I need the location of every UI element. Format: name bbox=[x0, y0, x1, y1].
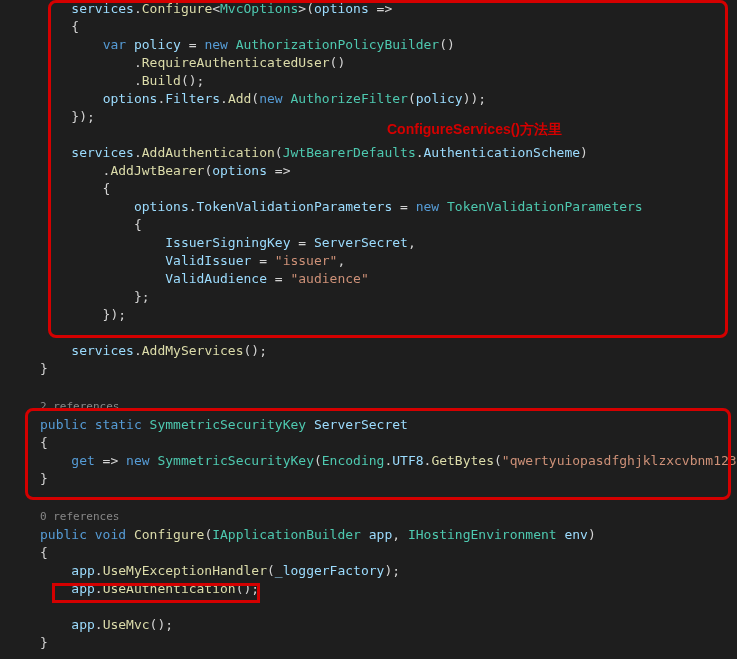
code-line[interactable]: { bbox=[0, 180, 737, 198]
code-line[interactable]: }; bbox=[0, 288, 737, 306]
code-line[interactable]: ValidAudience = "audience" bbox=[0, 270, 737, 288]
code-line[interactable]: options.Filters.Add(new AuthorizeFilter(… bbox=[0, 90, 737, 108]
code-line[interactable]: app.UseMvc(); bbox=[0, 616, 737, 634]
codelens-references[interactable]: 2 references bbox=[0, 398, 737, 416]
code-line[interactable]: } bbox=[0, 360, 737, 378]
code-line[interactable] bbox=[0, 488, 737, 506]
code-line[interactable]: public void Configure(IApplicationBuilde… bbox=[0, 526, 737, 544]
code-line[interactable]: }); bbox=[0, 108, 737, 126]
code-line[interactable] bbox=[0, 324, 737, 342]
code-line[interactable]: ValidIssuer = "issuer", bbox=[0, 252, 737, 270]
code-line[interactable]: get => new SymmetricSecurityKey(Encoding… bbox=[0, 452, 737, 470]
code-line[interactable]: } bbox=[0, 470, 737, 488]
code-line[interactable]: }); bbox=[0, 306, 737, 324]
code-line[interactable] bbox=[0, 378, 737, 396]
code-line[interactable]: { bbox=[0, 216, 737, 234]
code-line[interactable]: { bbox=[0, 434, 737, 452]
code-line[interactable]: services.Configure<MvcOptions>(options =… bbox=[0, 0, 737, 18]
code-line[interactable]: { bbox=[0, 544, 737, 562]
code-line[interactable]: var policy = new AuthorizationPolicyBuil… bbox=[0, 36, 737, 54]
code-line[interactable]: app.UseMyExceptionHandler(_loggerFactory… bbox=[0, 562, 737, 580]
code-line[interactable]: } bbox=[0, 634, 737, 652]
code-line[interactable]: services.AddMyServices(); bbox=[0, 342, 737, 360]
code-line[interactable]: app.UseAuthentication(); bbox=[0, 580, 737, 598]
code-line[interactable]: services.AddAuthentication(JwtBearerDefa… bbox=[0, 144, 737, 162]
code-line[interactable]: .RequireAuthenticatedUser() bbox=[0, 54, 737, 72]
annotation-label: ConfigureServices()方法里 bbox=[387, 120, 562, 138]
code-line[interactable] bbox=[0, 598, 737, 616]
code-editor[interactable]: ConfigureServices()方法里 services.Configur… bbox=[0, 0, 737, 652]
codelens-references[interactable]: 0 references bbox=[0, 508, 737, 526]
code-line[interactable]: .AddJwtBearer(options => bbox=[0, 162, 737, 180]
code-line[interactable]: options.TokenValidationParameters = new … bbox=[0, 198, 737, 216]
code-line[interactable]: public static SymmetricSecurityKey Serve… bbox=[0, 416, 737, 434]
code-line[interactable] bbox=[0, 126, 737, 144]
code-line[interactable]: { bbox=[0, 18, 737, 36]
code-line[interactable]: IssuerSigningKey = ServerSecret, bbox=[0, 234, 737, 252]
code-line[interactable]: .Build(); bbox=[0, 72, 737, 90]
